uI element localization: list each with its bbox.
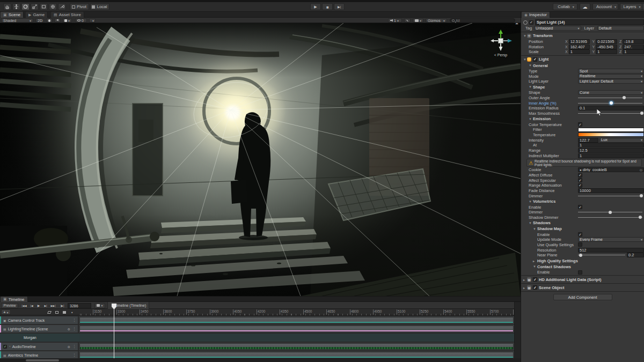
lighting-clip[interactable]: [79, 326, 514, 332]
object-picker-icon[interactable]: ◎: [640, 168, 642, 172]
timeline-ruler[interactable]: 3150 3300 3450 3600 3750 3900 4050 4200 …: [79, 309, 514, 315]
track-lane[interactable]: [79, 343, 514, 350]
light-layer-dropdown[interactable]: Light Layer Default▾: [578, 79, 644, 84]
light-enabled-checkbox[interactable]: ✓: [533, 57, 537, 62]
inner-angle-slider[interactable]: [578, 101, 642, 106]
position-x-field[interactable]: 12.51995: [569, 39, 590, 44]
rect-tool-button[interactable]: [40, 3, 48, 10]
tab-scene[interactable]: ▣ Scene: [1, 12, 24, 18]
hd-light-data-header[interactable]: ▸ ▤ ✓ HD Additional Light Data (Script): [521, 276, 644, 283]
rotation-y-field[interactable]: -450.545: [596, 45, 617, 49]
active-checkbox[interactable]: ✓: [529, 20, 533, 25]
component-tools-button[interactable]: [404, 18, 411, 23]
camera-clip[interactable]: [79, 317, 514, 323]
emission-section-header[interactable]: ▼ Emission: [521, 116, 644, 122]
account-dropdown[interactable]: Account ▾: [592, 3, 618, 10]
tab-asset-store[interactable]: ▤ Asset Store: [51, 12, 84, 18]
camera-settings-dropdown[interactable]: ▾: [413, 18, 423, 23]
track-menu-icon[interactable]: ⋮: [72, 344, 76, 349]
resolution-field[interactable]: 512: [578, 248, 644, 253]
preview-toggle-button[interactable]: Preview: [1, 303, 18, 308]
grid-dropdown[interactable]: ▾: [89, 18, 96, 23]
draw-mode-dropdown[interactable]: Shaded ▾: [1, 18, 33, 23]
orientation-gizmo[interactable]: < Persp: [488, 28, 513, 58]
gameobject-name-field[interactable]: Spot Light (14): [535, 19, 644, 25]
play-timeline-button[interactable]: ▶: [35, 303, 42, 308]
track-lane[interactable]: [79, 325, 514, 333]
shadow-enable-checkbox[interactable]: ✓: [578, 232, 582, 237]
gizmos-dropdown[interactable]: Gizmos ▾: [426, 18, 447, 23]
layers-dropdown[interactable]: Layers ▾: [620, 3, 642, 10]
rotation-x-field[interactable]: 162.407: [569, 45, 590, 49]
volumetrics-dimmer-slider[interactable]: [578, 210, 642, 215]
indirect-multiplier-field[interactable]: 1: [578, 153, 644, 158]
scene-viewport[interactable]: < Persp ▣: [0, 23, 521, 296]
cloud-button[interactable]: ☁: [580, 3, 590, 10]
local-toggle-button[interactable]: Local: [90, 3, 109, 10]
layout-dropdown[interactable]: Layout: [642, 3, 644, 10]
filter-color-field[interactable]: [578, 128, 644, 132]
audio-clip[interactable]: [79, 343, 514, 350]
current-frame-field[interactable]: 3286: [68, 303, 91, 308]
cookie-object-field[interactable]: ● dirty_cookieB ◎: [578, 167, 644, 172]
update-mode-dropdown[interactable]: Every Frame▾: [578, 237, 644, 242]
mix-mode-button[interactable]: [46, 309, 53, 315]
persp-label[interactable]: < Persp: [488, 53, 513, 57]
contact-shadows-header[interactable]: ▼ Contact Shadows: [521, 264, 644, 270]
track-menu-icon[interactable]: ⋮: [72, 353, 76, 357]
move-tool-button[interactable]: [12, 3, 20, 10]
hscroll-thumb[interactable]: [26, 359, 59, 361]
lock-icon[interactable]: ▣: [515, 23, 518, 25]
pivot-toggle-button[interactable]: Pivot: [70, 3, 89, 10]
hd-data-checkbox[interactable]: ✓: [533, 277, 537, 282]
scale-x-field[interactable]: 1: [569, 49, 590, 54]
color-temperature-checkbox[interactable]: ✓: [578, 122, 582, 127]
track-header[interactable]: ✓ ◔ AudioTimeline ⚙ ⋮: [0, 343, 78, 350]
step-button[interactable]: ▶|: [334, 3, 345, 10]
pause-button[interactable]: ▮▮: [322, 3, 333, 10]
collab-dropdown[interactable]: Collab ▾: [553, 3, 577, 10]
mode-dropdown[interactable]: Realtime▾: [578, 74, 644, 79]
playhead-line[interactable]: [114, 304, 114, 358]
previous-frame-button[interactable]: |◀: [28, 303, 35, 308]
transform-tool-button[interactable]: [49, 3, 57, 10]
shadows-section-header[interactable]: ▼ Shadows: [521, 220, 644, 226]
at-field[interactable]: 1: [578, 143, 644, 147]
volumetrics-section-header[interactable]: ▼ Volumetrics: [521, 198, 644, 204]
2d-toggle[interactable]: 2D: [35, 18, 44, 23]
alembic-clip[interactable]: [79, 352, 514, 358]
track-lane[interactable]: [79, 316, 514, 324]
track-menu-icon[interactable]: ⋮: [72, 327, 76, 331]
track-header[interactable]: ▤ Alembics Timeline ⋮: [0, 351, 78, 359]
scale-y-field[interactable]: 1: [596, 49, 617, 54]
high-quality-header[interactable]: ▸ High Quality Settings: [521, 258, 644, 264]
intensity-unit-dropdown[interactable]: Lux▾: [599, 138, 644, 143]
scene-object-header[interactable]: ▸ ▤ ✓ Scene Object: [521, 284, 644, 291]
track-lane[interactable]: [79, 351, 514, 359]
go-to-start-button[interactable]: |◀◀: [20, 303, 28, 308]
timeline-hscrollbar[interactable]: [0, 358, 521, 362]
scene-visibility-toggle[interactable]: 0: [75, 18, 87, 23]
max-smoothness-slider[interactable]: [578, 111, 642, 116]
lighting-toggle[interactable]: [46, 18, 53, 23]
gameobject-gizmo-icon[interactable]: [523, 20, 528, 25]
ripple-mode-button[interactable]: [54, 309, 60, 315]
light-component-header[interactable]: ▼ ✓ Light: [521, 56, 644, 63]
scene-object-checkbox[interactable]: ✓: [533, 285, 537, 290]
go-to-end-button[interactable]: ▶▶|: [49, 303, 57, 308]
tab-inspector[interactable]: ◉ Inspector: [522, 12, 550, 18]
play-button[interactable]: ▶: [310, 3, 321, 10]
affect-diffuse-checkbox[interactable]: ✓: [578, 173, 582, 178]
intensity-field[interactable]: 122.7: [578, 138, 598, 143]
position-y-field[interactable]: 0.021595: [596, 39, 617, 44]
range-attenuation-checkbox[interactable]: ✓: [578, 183, 582, 188]
general-section-header[interactable]: ▼ General: [521, 63, 644, 69]
tag-dropdown[interactable]: Untagged ▾: [534, 26, 581, 31]
shape-section-header[interactable]: ▼ Shape: [521, 84, 644, 90]
shadow-dimmer-slider[interactable]: [578, 215, 642, 220]
layer-dropdown[interactable]: Default: [597, 26, 644, 31]
replace-mode-button[interactable]: [61, 309, 68, 315]
shape-dropdown[interactable]: Cone▾: [578, 90, 644, 95]
fade-distance-field[interactable]: 10000: [578, 188, 644, 193]
timeline-asset-dropdown[interactable]: ▾: [94, 303, 105, 308]
